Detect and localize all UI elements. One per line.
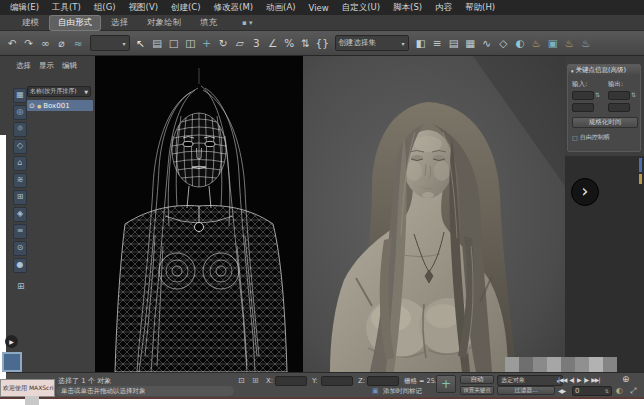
filter-shapes-icon[interactable]: ◎ bbox=[13, 105, 27, 120]
selection-filter-dropdown[interactable]: ▾ bbox=[90, 35, 130, 51]
ribbon-tab[interactable]: 建模 bbox=[14, 16, 47, 30]
spinner-icon[interactable]: ⇅ bbox=[631, 91, 636, 98]
play-icon[interactable]: ▶ bbox=[577, 376, 581, 383]
filter-lights-icon[interactable]: ☼ bbox=[13, 122, 27, 137]
filter-xrefs-icon[interactable]: ◈ bbox=[13, 207, 27, 222]
explorer-menu-edit[interactable]: 编辑 bbox=[62, 61, 77, 71]
align-icon[interactable]: ≡ bbox=[429, 32, 446, 54]
spinner-icon[interactable]: ⇅ bbox=[605, 388, 609, 394]
ribbon-tab[interactable]: 自由形式 bbox=[50, 16, 100, 30]
render-production-icon[interactable]: ♨ bbox=[561, 32, 578, 54]
maxscript-mini-listener[interactable]: 欢迎使用 MAXScript bbox=[0, 379, 55, 397]
panel-scrollbar[interactable] bbox=[639, 158, 642, 172]
filter-cameras-icon[interactable]: ◇ bbox=[13, 139, 27, 154]
selected-filter-dropdown[interactable]: 选定对象▾ bbox=[497, 375, 563, 386]
named-selection-set-dropdown[interactable]: 创建选择集▾ bbox=[335, 35, 409, 51]
filter-bones-icon[interactable]: ≡ bbox=[13, 224, 27, 239]
filter-groups-icon[interactable]: ⊞ bbox=[13, 190, 27, 205]
menu-item[interactable]: 视图(V) bbox=[129, 2, 158, 14]
auto-key-button[interactable]: 自动 bbox=[460, 375, 494, 384]
menu-item[interactable]: 内容 bbox=[435, 2, 452, 14]
z-coordinate-field[interactable] bbox=[367, 376, 399, 386]
visibility-eye-icon[interactable]: ⊙ bbox=[29, 102, 35, 110]
transform-lock-icon[interactable]: ⊡ bbox=[238, 376, 245, 385]
select-and-rotate-icon[interactable]: ↻ bbox=[215, 32, 232, 54]
select-and-move-icon[interactable]: + bbox=[199, 32, 216, 54]
render-iterative-icon[interactable]: ♨ bbox=[578, 32, 595, 54]
select-object-icon[interactable]: ↖ bbox=[133, 32, 150, 54]
free-handle-checkbox[interactable]: □ 自由控制柄 bbox=[572, 133, 610, 142]
select-by-name-icon[interactable]: ▤ bbox=[149, 32, 166, 54]
filter-helpers-icon[interactable]: ⌂ bbox=[13, 156, 27, 171]
in-value-field-2[interactable] bbox=[572, 103, 594, 112]
snaps-toggle-icon[interactable]: 3 bbox=[248, 32, 265, 54]
listener-play-icon[interactable]: ▶ bbox=[5, 335, 18, 348]
menu-item[interactable]: 组(G) bbox=[94, 2, 116, 14]
expand-panel-button[interactable]: › bbox=[571, 178, 599, 206]
mirror-icon[interactable]: ◧ bbox=[413, 32, 430, 54]
out-value-field[interactable] bbox=[608, 91, 630, 100]
in-value-field[interactable] bbox=[572, 91, 594, 100]
menu-item[interactable]: 创建(C) bbox=[171, 2, 201, 14]
rollout-header[interactable]: ▾ 关键点信息(高级) bbox=[568, 65, 640, 76]
zoom-icon[interactable]: ⊕ bbox=[622, 374, 630, 384]
curve-editor-icon[interactable]: ∿ bbox=[479, 32, 496, 54]
explorer-sort-header[interactable]: 名称(按升序排序) ▼ bbox=[27, 86, 91, 97]
key-filters-button[interactable]: 过滤器... bbox=[497, 386, 555, 395]
explorer-footer-icon[interactable]: ⊞ bbox=[17, 281, 25, 291]
menu-item[interactable]: 脚本(S) bbox=[393, 2, 422, 14]
go-to-end-icon[interactable]: ▶▶| bbox=[591, 376, 599, 383]
select-and-scale-icon[interactable]: ▱ bbox=[232, 32, 249, 54]
layer-explorer-icon[interactable]: ▤ bbox=[446, 32, 463, 54]
filter-spacewarps-icon[interactable]: ≋ bbox=[13, 173, 27, 188]
next-frame-icon[interactable]: |▶ bbox=[584, 376, 589, 383]
time-tag-icon[interactable]: ▣ bbox=[372, 387, 379, 395]
explorer-item-box001[interactable]: ⊙ ● Box001 bbox=[27, 100, 93, 111]
filter-containers-icon[interactable]: ⊙ bbox=[13, 241, 27, 256]
viewport[interactable] bbox=[95, 56, 565, 372]
percent-snap-icon[interactable]: % bbox=[281, 32, 298, 54]
edit-named-selections-icon[interactable]: {} bbox=[314, 32, 331, 54]
select-and-link-icon[interactable]: ∞ bbox=[37, 32, 54, 54]
current-frame-field[interactable]: 0⇅ bbox=[572, 386, 612, 396]
unlink-selection-icon[interactable]: ⌀ bbox=[54, 32, 71, 54]
menu-item[interactable]: 工具(T) bbox=[52, 2, 81, 14]
previous-frame-icon[interactable]: ◀| bbox=[569, 376, 574, 383]
rendered-frame-icon[interactable]: ▣ bbox=[545, 32, 562, 54]
add-time-tag[interactable]: 添加时间标记 bbox=[383, 387, 422, 396]
material-editor-icon[interactable]: ◐ bbox=[512, 32, 529, 54]
key-mode-toggle-icon[interactable]: ◀▶ bbox=[558, 387, 565, 394]
bind-to-spacewarp-icon[interactable]: ≈ bbox=[70, 32, 87, 54]
maximize-viewport-icon[interactable]: ⤢ bbox=[630, 386, 636, 396]
y-coordinate-field[interactable] bbox=[321, 376, 353, 386]
ribbon-tab[interactable]: 填充 bbox=[192, 16, 225, 30]
ribbon-tab[interactable]: 对象绘制 bbox=[139, 16, 189, 30]
filter-geometry-icon[interactable]: ▦ bbox=[13, 88, 27, 103]
schematic-view-icon[interactable]: ◇ bbox=[495, 32, 512, 54]
render-setup-icon[interactable]: ♨ bbox=[528, 32, 545, 54]
menu-item[interactable]: View bbox=[309, 3, 329, 13]
go-to-start-icon[interactable]: |◀◀ bbox=[558, 376, 566, 383]
spinner-snap-icon[interactable]: ⇅ bbox=[298, 32, 315, 54]
ribbon-toggle-icon[interactable]: ▦ bbox=[462, 32, 479, 54]
x-coordinate-field[interactable] bbox=[275, 376, 307, 386]
ribbon-tab[interactable]: 选择 bbox=[103, 16, 136, 30]
absolute-mode-icon[interactable]: ⊞ bbox=[252, 376, 259, 385]
menu-item[interactable]: 自定义(U) bbox=[342, 2, 380, 14]
out-value-field-2[interactable] bbox=[608, 103, 630, 112]
orbit-icon[interactable]: ◐ bbox=[616, 386, 623, 395]
explorer-menu-select[interactable]: 选择 bbox=[16, 61, 31, 71]
menu-item[interactable]: 修改器(M) bbox=[214, 2, 253, 14]
angle-snap-icon[interactable]: ∠ bbox=[265, 32, 282, 54]
redo-icon[interactable]: ↷ bbox=[21, 32, 38, 54]
spinner-icon[interactable]: ⇅ bbox=[595, 91, 600, 98]
ribbon-minimize-icon[interactable]: ▪ ▾ bbox=[242, 19, 252, 27]
menu-item[interactable]: 帮助(H) bbox=[465, 2, 495, 14]
undo-icon[interactable]: ↶ bbox=[4, 32, 21, 54]
set-keys-button[interactable]: + bbox=[436, 375, 456, 393]
menu-item[interactable]: 动画(A) bbox=[266, 2, 295, 14]
explorer-menu-display[interactable]: 显示 bbox=[39, 61, 54, 71]
menu-item[interactable]: 编辑(E) bbox=[10, 2, 39, 14]
rectangular-selection-region-icon[interactable]: □ bbox=[166, 32, 183, 54]
window-crossing-icon[interactable]: ◫ bbox=[182, 32, 199, 54]
